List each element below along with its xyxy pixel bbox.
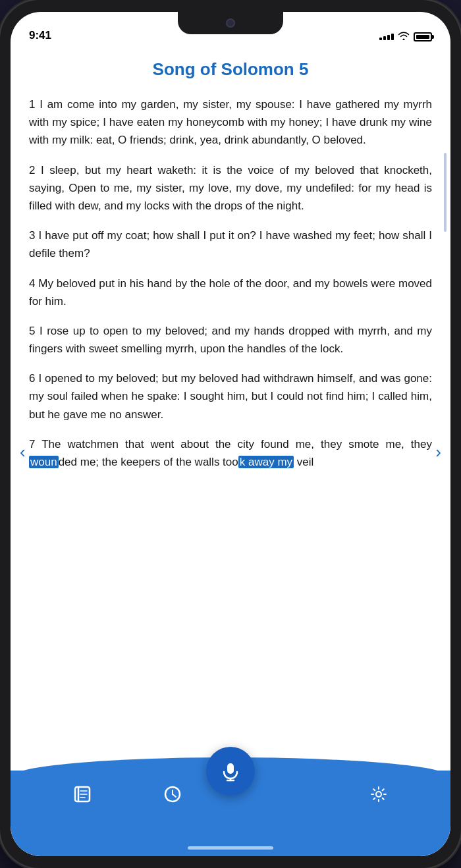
signal-icon (379, 34, 394, 40)
verse-6-text: I opened to my beloved; but my beloved h… (29, 372, 432, 420)
phone-screen: 9:41 (11, 12, 450, 856)
tab-settings[interactable] (367, 782, 391, 806)
microphone-icon (220, 761, 241, 782)
gear-icon (367, 782, 391, 806)
battery-icon (414, 32, 432, 41)
verse-7: 7 The watchmen that went about the city … (29, 435, 432, 471)
signal-bar-1 (379, 38, 382, 40)
verse-4: 4 My beloved put in his hand by the hole… (29, 275, 432, 310)
home-indicator (188, 846, 273, 850)
verse-5-text: I rose up to open to my beloved; and my … (29, 325, 432, 355)
wifi-icon (398, 31, 410, 42)
status-time: 9:41 (29, 29, 51, 42)
verse-5-number: 5 (29, 325, 40, 337)
verse-2-text: I sleep, but my heart waketh: it is the … (29, 164, 432, 212)
verse-5: 5 I rose up to open to my beloved; and m… (29, 322, 432, 358)
svg-point-11 (376, 792, 381, 797)
svg-rect-0 (227, 763, 234, 774)
verse-1: 1 I am come into my garden, my sister, m… (29, 95, 432, 149)
verse-2: 2 I sleep, but my heart waketh: it is th… (29, 161, 432, 215)
notch (178, 12, 283, 34)
tab-history[interactable] (161, 782, 184, 806)
verse-4-text: My beloved put in his hand by the hole o… (29, 277, 432, 308)
verse-1-number: 1 (29, 98, 40, 111)
verse-1-text: I am come into my garden, my sister, my … (29, 98, 432, 146)
prev-chapter-button[interactable]: ‹ (13, 435, 32, 469)
status-icons (379, 31, 432, 42)
chapter-title: Song of Solomon 5 (29, 54, 432, 80)
clock-icon (161, 782, 184, 806)
signal-bar-4 (391, 34, 394, 40)
content-area: ‹ › Song of Solomon 5 1 I am come into m… (11, 47, 450, 856)
verse-3-text: I have put off my coat; how shall I put … (29, 229, 432, 259)
tab-book[interactable] (70, 782, 94, 806)
phone-frame: 9:41 (0, 0, 461, 868)
next-chapter-button[interactable]: › (429, 435, 448, 469)
verse-7-text: The watchmen that went about the city fo… (29, 438, 432, 468)
battery-fill (416, 35, 429, 39)
svg-line-10 (173, 794, 176, 797)
microphone-button[interactable] (206, 747, 255, 796)
verse-4-number: 4 (29, 277, 38, 290)
verse-6: 6 I opened to my beloved; but my beloved… (29, 369, 432, 423)
bible-text-scroll[interactable]: Song of Solomon 5 1 I am come into my ga… (11, 47, 450, 771)
book-icon (70, 782, 94, 806)
signal-bar-2 (383, 36, 386, 40)
verse-3-number: 3 (29, 229, 39, 242)
verse-3: 3 I have put off my coat; how shall I pu… (29, 227, 432, 262)
verse-2-number: 2 (29, 164, 41, 176)
signal-bar-3 (387, 35, 390, 40)
verse-6-number: 6 (29, 372, 38, 385)
camera (226, 18, 235, 28)
tab-bar (11, 771, 450, 856)
